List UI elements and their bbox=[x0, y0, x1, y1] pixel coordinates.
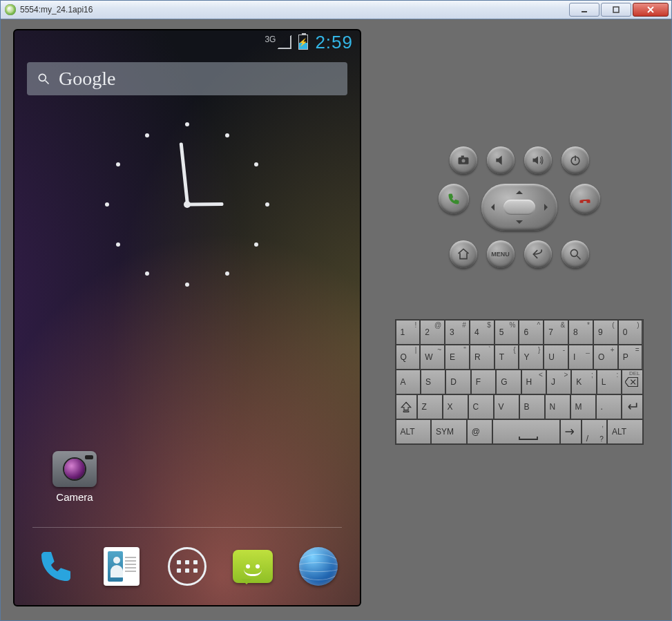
key-n[interactable]: N bbox=[545, 394, 570, 419]
key-1[interactable]: 1! bbox=[396, 320, 421, 345]
keyboard-row: 1!2@3#4$5%6^7&8*9(0) bbox=[396, 320, 643, 345]
svg-rect-1 bbox=[613, 7, 619, 12]
key-d[interactable]: D bbox=[445, 370, 470, 394]
hw-search-button[interactable] bbox=[561, 240, 589, 268]
key-k[interactable]: K; bbox=[571, 370, 596, 394]
key-l[interactable]: L: bbox=[597, 370, 622, 394]
status-bar[interactable]: 3G ⚡ 2:59 bbox=[15, 30, 360, 54]
emulator-window: 5554:my_24.1api16 3G bbox=[0, 0, 672, 621]
key-@[interactable]: @ bbox=[467, 419, 492, 444]
key-space[interactable] bbox=[492, 419, 560, 444]
dock-contacts[interactable] bbox=[99, 544, 144, 589]
hw-menu-button[interactable]: MENU bbox=[487, 240, 515, 268]
clock-dot bbox=[116, 162, 120, 166]
window-close-button[interactable] bbox=[633, 3, 669, 17]
dock-browser[interactable] bbox=[296, 544, 340, 589]
dock-phone[interactable] bbox=[34, 544, 78, 589]
hw-volume-up-button[interactable] bbox=[524, 146, 552, 174]
hw-volume-down-button[interactable] bbox=[487, 146, 515, 174]
key-g[interactable]: G bbox=[496, 370, 521, 394]
key-y[interactable]: Y} bbox=[519, 345, 544, 370]
clock-dot bbox=[225, 133, 229, 137]
key-delete[interactable]: DEL bbox=[622, 370, 642, 394]
key-b[interactable]: B bbox=[519, 394, 545, 419]
key-4[interactable]: 4$ bbox=[470, 320, 495, 345]
signal-icon bbox=[278, 35, 291, 49]
dpad-up-button[interactable] bbox=[516, 187, 523, 194]
hw-power-button[interactable] bbox=[561, 146, 589, 174]
hw-call-button[interactable] bbox=[439, 184, 469, 214]
key-/[interactable]: /,? bbox=[582, 419, 607, 444]
key-0[interactable]: 0) bbox=[618, 320, 643, 345]
device-frame-wrapper: 3G ⚡ 2:59 Google bbox=[8, 26, 367, 613]
hw-end-call-button[interactable] bbox=[570, 184, 600, 214]
key-p[interactable]: P= bbox=[618, 345, 643, 370]
dpad-center-button[interactable] bbox=[503, 200, 535, 215]
clock-dot bbox=[185, 283, 189, 287]
dock-apps[interactable] bbox=[165, 544, 209, 589]
dock-messaging[interactable] bbox=[231, 544, 275, 589]
window-maximize-button[interactable] bbox=[601, 3, 631, 17]
key-x[interactable]: X bbox=[443, 394, 468, 419]
battery-icon: ⚡ bbox=[298, 35, 308, 50]
key-8[interactable]: 8* bbox=[568, 320, 593, 345]
clock-dot bbox=[145, 133, 149, 137]
keyboard-row: Q|W~E"R`T{Y}U-I_O+P= bbox=[396, 345, 643, 370]
key-5[interactable]: 5% bbox=[495, 320, 519, 345]
clock-dot bbox=[145, 271, 149, 276]
key-right-arrow[interactable] bbox=[560, 419, 582, 444]
dpad-down-button[interactable] bbox=[516, 220, 523, 227]
key-a[interactable]: A bbox=[396, 370, 421, 394]
key-f[interactable]: F bbox=[471, 370, 496, 394]
volume-up-icon bbox=[531, 153, 545, 167]
app-label: Camera bbox=[56, 491, 93, 503]
key-alt[interactable]: ALT bbox=[607, 419, 643, 444]
key-shift[interactable] bbox=[396, 394, 417, 419]
key-w[interactable]: W~ bbox=[420, 345, 445, 370]
hw-camera-button[interactable] bbox=[450, 146, 477, 174]
search-bar[interactable]: Google bbox=[27, 62, 347, 95]
messaging-icon bbox=[233, 550, 273, 583]
key-q[interactable]: Q| bbox=[396, 345, 421, 370]
key-sym[interactable]: SYM bbox=[431, 419, 467, 444]
key-3[interactable]: 3# bbox=[445, 320, 470, 345]
emulator-control-panel: MENU 1!2@3#4$5%6^7&8*9(0)Q|W~E"R`T{Y}U-I… bbox=[374, 26, 664, 613]
browser-icon bbox=[299, 547, 338, 586]
key-o[interactable]: O+ bbox=[593, 345, 618, 370]
key-r[interactable]: R` bbox=[470, 345, 495, 370]
hw-home-button[interactable] bbox=[450, 240, 477, 268]
window-minimize-button[interactable] bbox=[569, 3, 599, 17]
key-enter[interactable] bbox=[622, 394, 643, 419]
dock-divider bbox=[32, 527, 342, 528]
device-screen[interactable]: 3G ⚡ 2:59 Google bbox=[13, 29, 361, 606]
svg-rect-0 bbox=[582, 11, 587, 12]
home-icon bbox=[457, 247, 470, 261]
clock-dot bbox=[254, 242, 258, 247]
key-2[interactable]: 2@ bbox=[420, 320, 445, 345]
key-m[interactable]: M bbox=[570, 394, 596, 419]
key-t[interactable]: T{ bbox=[495, 345, 519, 370]
search-label: Google bbox=[59, 68, 115, 90]
dpad-left-button[interactable] bbox=[488, 204, 495, 211]
svg-rect-6 bbox=[461, 155, 463, 157]
charging-icon: ⚡ bbox=[299, 35, 307, 49]
key-.[interactable]: . bbox=[596, 394, 622, 419]
key-s[interactable]: S bbox=[421, 370, 445, 394]
key-e[interactable]: E" bbox=[445, 345, 470, 370]
key-6[interactable]: 6^ bbox=[519, 320, 544, 345]
key-alt[interactable]: ALT bbox=[396, 419, 432, 444]
key-u[interactable]: U- bbox=[544, 345, 568, 370]
key-v[interactable]: V bbox=[494, 394, 519, 419]
key-h[interactable]: H< bbox=[521, 370, 546, 394]
key-i[interactable]: I_ bbox=[568, 345, 593, 370]
hw-back-button[interactable] bbox=[524, 240, 552, 268]
key-7[interactable]: 7& bbox=[544, 320, 568, 345]
svg-line-3 bbox=[46, 81, 49, 84]
dpad-right-button[interactable] bbox=[544, 204, 551, 211]
key-9[interactable]: 9( bbox=[593, 320, 618, 345]
key-z[interactable]: Z bbox=[417, 394, 443, 419]
analog-clock-widget[interactable] bbox=[97, 115, 277, 294]
key-j[interactable]: J> bbox=[546, 370, 571, 394]
key-c[interactable]: C bbox=[468, 394, 494, 419]
app-shortcut-camera[interactable]: Camera bbox=[45, 451, 104, 503]
